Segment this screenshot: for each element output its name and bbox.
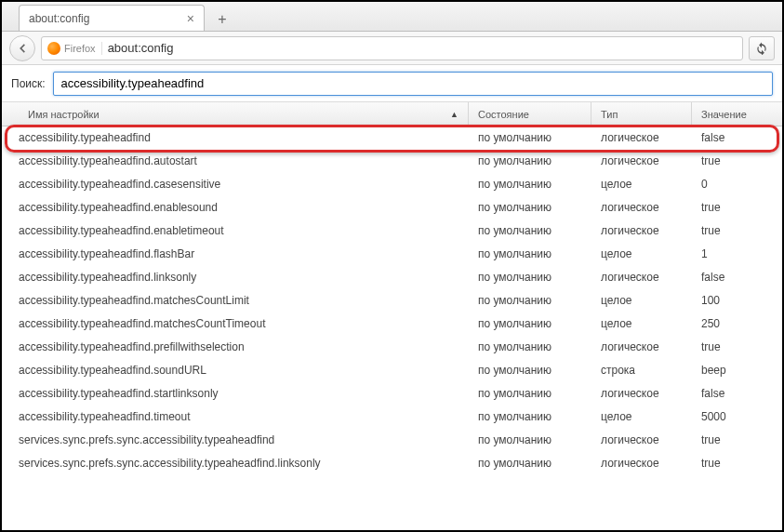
table-row[interactable]: accessibility.typeaheadfind.enablesound … <box>2 196 782 219</box>
back-arrow-icon <box>16 42 29 55</box>
url-text: about:config <box>108 41 174 55</box>
table-row[interactable]: accessibility.typeaheadfind.startlinkson… <box>2 382 782 406</box>
table-row[interactable]: accessibility.typeaheadfind.enabletimeou… <box>2 219 782 243</box>
search-label: Поиск: <box>11 77 46 90</box>
table-row[interactable]: accessibility.typeaheadfind по умолчанию… <box>2 126 782 150</box>
table-row[interactable]: accessibility.typeaheadfind.timeout по у… <box>2 406 782 429</box>
column-type[interactable]: Тип <box>591 102 692 126</box>
table-row[interactable]: accessibility.typeaheadfind.soundURL по … <box>2 359 782 382</box>
search-bar: Поиск: <box>2 65 782 102</box>
table-row[interactable]: accessibility.typeaheadfind.autostart по… <box>2 150 782 173</box>
tab-title: about:config <box>29 12 89 25</box>
pref-table: accessibility.typeaheadfind по умолчанию… <box>2 126 782 475</box>
toolbar: Firefox about:config <box>2 32 782 65</box>
table-row[interactable]: accessibility.typeaheadfind.matchesCount… <box>2 289 782 313</box>
column-state[interactable]: Состояние <box>469 102 591 126</box>
table-row[interactable]: services.sync.prefs.sync.accessibility.t… <box>2 452 782 475</box>
browser-tab[interactable]: about:config × <box>19 5 205 31</box>
back-button[interactable] <box>9 35 35 61</box>
column-value[interactable]: Значение <box>692 102 782 126</box>
reload-button[interactable] <box>749 36 775 60</box>
column-name[interactable]: Имя настройки ▲ <box>2 102 469 126</box>
url-bar[interactable]: Firefox about:config <box>41 36 743 60</box>
reload-icon <box>755 42 768 55</box>
search-input[interactable] <box>53 72 773 96</box>
table-row[interactable]: services.sync.prefs.sync.accessibility.t… <box>2 429 782 452</box>
close-icon[interactable]: × <box>187 12 194 25</box>
column-header-row: Имя настройки ▲ Состояние Тип Значение <box>2 102 782 126</box>
table-row[interactable]: accessibility.typeaheadfind.matchesCount… <box>2 313 782 336</box>
identity-label: Firefox <box>64 43 96 54</box>
table-row[interactable]: accessibility.typeaheadfind.prefillwiths… <box>2 336 782 359</box>
table-row[interactable]: accessibility.typeaheadfind.flashBar по … <box>2 243 782 266</box>
identity-box[interactable]: Firefox <box>47 42 102 55</box>
table-row[interactable]: accessibility.typeaheadfind.casesensitiv… <box>2 173 782 196</box>
tab-strip: about:config × + <box>2 2 782 32</box>
firefox-icon <box>47 42 60 55</box>
sort-asc-icon: ▲ <box>450 110 458 119</box>
new-tab-button[interactable]: + <box>210 8 234 31</box>
table-row[interactable]: accessibility.typeaheadfind.linksonly по… <box>2 266 782 289</box>
